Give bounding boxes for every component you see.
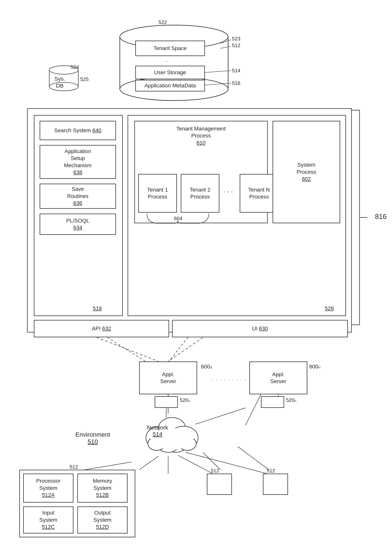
network-label: Network 514 (147, 424, 168, 437)
diagram: Tenant Space · User Storage Application … (0, 0, 392, 548)
memory-system-box: Memory System 512B (77, 474, 128, 503)
tenant1-box: Tenant 1 Process (138, 174, 177, 213)
ui-box: UI 630 (172, 320, 348, 337)
ref-512-net1: 512 (211, 468, 219, 474)
svg-point-35 (158, 437, 179, 452)
tenant1-label: Tenant 1 Process (147, 186, 168, 200)
connector-520-1 (155, 396, 178, 408)
ref-604: 604 (174, 216, 182, 222)
svg-point-37 (179, 437, 196, 450)
ref-514: 514 (232, 68, 240, 74)
ref-523: 523 (232, 36, 240, 42)
tenant2-label: Tenant 2 Process (190, 186, 210, 200)
svg-line-21 (245, 390, 263, 425)
search-system-label: Search System 640 (54, 127, 101, 134)
app-metadata-box: Application MetaData (135, 80, 205, 91)
svg-line-30 (205, 83, 231, 85)
appl-server1-box: Appl. Server (139, 361, 197, 394)
svg-line-40 (168, 337, 203, 361)
system-process-box: System Process 602 (273, 121, 340, 223)
tenantN-label: Tenant N Process (248, 186, 270, 200)
network-cloud-svg (132, 412, 213, 456)
device1-box (207, 474, 232, 495)
svg-line-44 (195, 408, 245, 424)
processor-system-label: Processor System 512A (36, 478, 61, 499)
appl-server1-label: Appl. Server (160, 371, 176, 385)
processor-system-box: Processor System 512A (23, 474, 73, 503)
tenant-space-box: Tenant Space (135, 41, 205, 56)
ref-816: 816 (375, 213, 387, 221)
appl-serverN-box: Appl. Server (249, 361, 307, 394)
svg-line-23 (203, 452, 220, 470)
api-label: API 632 (92, 325, 111, 332)
plsoql-label: PL/SOQL 634 (66, 217, 90, 231)
svg-point-36 (148, 437, 165, 450)
plsoql-box: PL/SOQL 634 (40, 214, 116, 235)
ref-524: 524 (70, 64, 79, 70)
search-system-box: Search System 640 (40, 121, 116, 140)
ui-label: UI 630 (252, 325, 268, 332)
output-system-box: Output System 512D (77, 506, 128, 534)
ref-516: 516 (232, 80, 240, 86)
app-setup-label: Application Setup Mechanism 638 (64, 148, 92, 176)
ref-512-outer: 512 (70, 464, 78, 470)
connector-520-N (261, 396, 284, 408)
svg-line-45 (139, 456, 159, 470)
tenant-mgmt-label: Tenant Management Process 610 (176, 125, 226, 146)
user-storage-label: User Storage (154, 69, 186, 76)
tenant-dots-middle: · · · (223, 188, 233, 196)
device2-box (263, 474, 288, 495)
appl-server1-num: 600₁ (201, 363, 212, 370)
output-system-label: Output System 512D (93, 509, 111, 530)
environment-label: Environment 510 (75, 431, 110, 445)
tenant2-box: Tenant 2 Process (181, 174, 219, 213)
user-storage-box: User Storage (135, 66, 205, 79)
system-process-label: System Process 602 (296, 162, 316, 183)
ref-520-1: 520₁ (180, 397, 190, 403)
memory-system-label: Memory System 512B (93, 478, 112, 499)
tenant-space-label: Tenant Space (154, 45, 187, 52)
input-system-label: Input System 512C (39, 509, 57, 530)
svg-point-33 (169, 426, 198, 450)
ref-512-net2: 512 (267, 468, 275, 474)
svg-line-28 (220, 46, 231, 48)
save-routines-box: Save Routines 636 (40, 184, 116, 209)
ref-525: 525 (80, 76, 89, 82)
ref-512-storage: 512 (232, 42, 240, 49)
app-metadata-label: Application MetaData (144, 82, 196, 89)
svg-line-27 (220, 40, 231, 43)
ref-518: 518 (93, 305, 102, 312)
server-dots: . . . . . . . . . (212, 376, 247, 381)
svg-line-29 (205, 70, 231, 72)
svg-line-47 (186, 452, 267, 474)
ref-520-N: 520ₙ (286, 397, 296, 403)
appl-serverN-num: 600ₙ (309, 363, 321, 370)
appl-serverN-label: Appl. Server (270, 371, 286, 385)
api-box: API 632 (34, 320, 169, 337)
svg-line-39 (97, 337, 159, 361)
input-system-box: Input System 512C (23, 506, 73, 534)
ref-528: 528 (325, 305, 334, 312)
ref-522: 522 (159, 19, 167, 25)
sys-db-label: Sys. DB (55, 75, 65, 90)
app-setup-box: Application Setup Mechanism 638 (40, 145, 116, 179)
tenant-dots: · (166, 58, 168, 64)
svg-point-34 (165, 437, 187, 452)
save-routines-label: Save Routines 636 (67, 186, 89, 207)
svg-line-24 (238, 447, 269, 470)
svg-line-46 (178, 455, 213, 474)
